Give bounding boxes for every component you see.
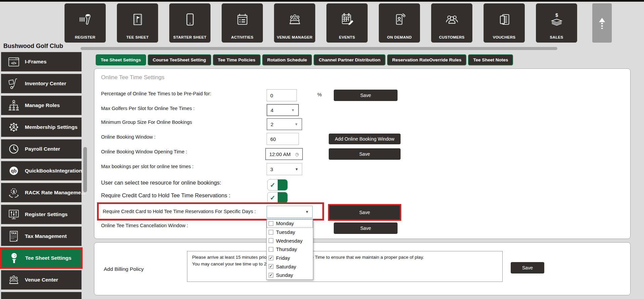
tee-sheet-button[interactable]: TEE SHEET: [117, 3, 158, 43]
chevron-down-icon: ▼: [295, 167, 298, 171]
percent-suffix: %: [317, 92, 322, 97]
tab-rotation-schedule[interactable]: Rotation Schedule: [262, 54, 312, 65]
flag-sheet-icon: [130, 4, 145, 35]
cash-dollar-icon: $: [549, 4, 564, 35]
sidebar-item-iframes[interactable]: </> I-Frames: [1, 52, 82, 71]
tab-tee-sheet-settings[interactable]: Tee Sheet Settings: [96, 54, 146, 65]
events-label: EVENTS: [339, 35, 355, 39]
prepaid-percentage-input[interactable]: 0: [267, 89, 297, 101]
min-group-size-select[interactable]: 2 ▼: [267, 118, 302, 130]
org-chart-icon: [7, 99, 20, 112]
sidebar-item-inventory-center[interactable]: Inventory Center: [1, 74, 82, 93]
day-option-tuesday[interactable]: Tuesday: [267, 228, 313, 237]
booking-window-input[interactable]: 60: [267, 133, 299, 145]
tab-reservation-rateoverride-rules[interactable]: Reservation RateOverride Rules: [387, 54, 466, 65]
sidebar-item-venue-center[interactable]: Venue Center: [1, 270, 82, 290]
day-option-monday[interactable]: Monday: [267, 219, 313, 228]
sidebar-item-payroll-center[interactable]: Payroll Center: [1, 139, 82, 159]
save-opening-time-button[interactable]: Save: [329, 148, 401, 160]
booking-window-label: Online Booking Window :: [101, 134, 155, 140]
day-option-wednesday[interactable]: Wednesday: [267, 236, 313, 245]
starter-sheet-label: STARTER SHEET: [173, 35, 206, 39]
min-group-size-label: Minimum Group Size For Online Bookings: [101, 119, 192, 125]
rate-hands-icon: $: [7, 186, 20, 199]
top-toolbar: REGISTER TEE SHEET STARTER SHEET: [64, 3, 612, 43]
chevron-down-icon: ▼: [291, 108, 295, 112]
check-icon: ✓: [268, 192, 278, 203]
online-tee-time-settings-panel: Online Tee Time Settings Percentage of O…: [94, 68, 631, 239]
tablet-icon: [182, 4, 198, 35]
vouchers-button[interactable]: VOUCHERS: [484, 3, 525, 43]
toolbar-scroll-up-button[interactable]: [592, 3, 612, 43]
day-option-friday[interactable]: ✓ Friday: [267, 254, 313, 262]
tab-course-teesheet-setting[interactable]: Course TeeSheet Setting: [148, 54, 211, 65]
sidebar-item-rack-rate-management[interactable]: $ RACK Rate Manageme...: [1, 183, 82, 202]
sidebar-item-tax-management[interactable]: TAX Tax Management: [1, 227, 82, 246]
select-tee-resource-toggle[interactable]: ✓: [267, 179, 288, 191]
clock-icon: [7, 143, 20, 155]
club-name: Bushwood Golf Club: [3, 43, 63, 50]
checkbox-checked-icon: ✓: [269, 256, 273, 260]
sidebar-item-partial[interactable]: [1, 292, 82, 299]
chevron-down-icon: ▼: [305, 210, 309, 214]
on-demand-button[interactable]: ON DEMAND: [379, 3, 420, 43]
checkbox-checked-icon: ✓: [269, 264, 273, 269]
require-cc-specific-days-label: Require Credit Card to Hold Tee Time Res…: [103, 209, 256, 214]
save-cancellation-window-button[interactable]: Save: [334, 222, 398, 234]
venue-manager-label: VENUE MANAGER: [277, 35, 312, 39]
quickbooks-icon: qb: [7, 164, 20, 177]
chevron-down-icon: ▼: [294, 122, 298, 126]
require-cc-hold-toggle[interactable]: ✓: [267, 192, 288, 203]
svg-text:</>: </>: [11, 61, 16, 65]
register-button[interactable]: REGISTER: [64, 3, 106, 43]
phone-signal-icon: [392, 4, 407, 35]
sidebar-item-quickbooks-integration[interactable]: qb QuickBooksIntegration: [1, 161, 82, 181]
vouchers-label: VOUCHERS: [493, 35, 516, 39]
specific-days-dropdown[interactable]: ▼: [267, 206, 313, 218]
horizontal-scrollbar-thumb[interactable]: [81, 47, 557, 50]
receipts-icon: [497, 4, 512, 35]
meeting-table-icon: [287, 4, 303, 35]
member-gear-icon: [7, 121, 20, 134]
sidebar-item-register-settings[interactable]: Register Settings: [1, 205, 82, 224]
tab-tee-sheet-notes[interactable]: Tee Sheet Notes: [468, 54, 513, 65]
sidebar-item-tee-sheet-settings[interactable]: Tee Sheet Settings: [0, 247, 83, 269]
code-window-icon: </>: [7, 55, 20, 68]
day-option-thursday[interactable]: Thursday: [267, 245, 313, 254]
svg-text:TAX: TAX: [11, 232, 17, 235]
tee-sheet-label: TEE SHEET: [126, 35, 149, 39]
barcode-scanner-icon: [78, 4, 93, 35]
customers-button[interactable]: CUSTOMERS: [431, 3, 472, 43]
tab-channel-partner-distribution[interactable]: Channel Partner Distribution: [314, 54, 385, 65]
venue-manager-button[interactable]: VENUE MANAGER: [274, 3, 315, 43]
activities-button[interactable]: ACTIVITIES: [222, 3, 263, 43]
max-bookings-per-slot-label: Max bookings per slot for online tee tim…: [101, 164, 194, 169]
add-online-booking-window-button[interactable]: Add Online Booking Window: [329, 134, 401, 144]
max-golfers-select[interactable]: 4 ▼: [267, 104, 299, 116]
customers-label: CUSTOMERS: [439, 35, 465, 39]
checkbox-icon: [269, 230, 273, 235]
billing-policy-panel: Add Billing Policy Please arrive at leas…: [94, 242, 631, 295]
people-group-icon: [444, 4, 460, 35]
starter-sheet-button[interactable]: STARTER SHEET: [169, 3, 211, 43]
events-button[interactable]: EVENTS: [326, 3, 368, 43]
checkbox-icon: [269, 221, 273, 226]
window-top-strip: [0, 0, 644, 2]
sales-label: SALES: [550, 35, 563, 39]
day-option-sunday[interactable]: ✓ Sunday: [267, 271, 313, 280]
day-option-saturday[interactable]: ✓ Saturday: [267, 262, 313, 271]
sidebar-item-membership-settings[interactable]: Membership Settings: [1, 117, 82, 137]
checkbox-checked-icon: ✓: [269, 273, 273, 278]
opening-time-input[interactable]: 12:00 AM ◷: [265, 148, 303, 160]
sidebar-item-manage-roles[interactable]: Manage Roles: [1, 96, 82, 115]
tab-tee-time-policies[interactable]: Tee Time Policies: [213, 54, 261, 65]
save-prepaid-button[interactable]: Save: [334, 90, 398, 101]
sales-button[interactable]: $ SALES: [536, 3, 577, 43]
partial-icon: [7, 295, 20, 299]
save-billing-policy-button[interactable]: Save: [511, 262, 544, 273]
sidebar-scrollbar-thumb[interactable]: [83, 147, 87, 192]
hand-truck-icon: [7, 77, 20, 90]
save-specific-days-button[interactable]: Save: [329, 205, 400, 219]
billing-policy-textarea[interactable]: Please arrive at least 15 minutes prior …: [187, 251, 503, 282]
max-bookings-select[interactable]: 3 ▼: [267, 163, 302, 175]
